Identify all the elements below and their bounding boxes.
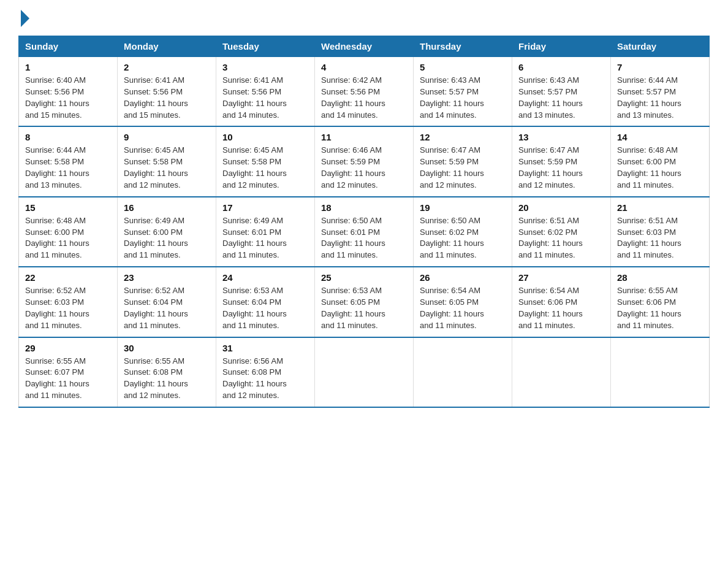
day-info: Sunrise: 6:43 AM Sunset: 5:57 PM Dayligh… — [518, 75, 604, 121]
day-info: Sunrise: 6:45 AM Sunset: 5:58 PM Dayligh… — [222, 145, 308, 191]
day-info: Sunrise: 6:45 AM Sunset: 5:58 PM Dayligh… — [124, 145, 210, 191]
day-info: Sunrise: 6:56 AM Sunset: 6:08 PM Dayligh… — [222, 356, 308, 402]
calendar-day-cell: 19Sunrise: 6:50 AM Sunset: 6:02 PM Dayli… — [414, 197, 512, 267]
day-info: Sunrise: 6:46 AM Sunset: 5:59 PM Dayligh… — [321, 145, 407, 191]
logo-arrow-icon — [21, 10, 29, 27]
day-info: Sunrise: 6:51 AM Sunset: 6:02 PM Dayligh… — [518, 215, 604, 261]
day-info: Sunrise: 6:47 AM Sunset: 5:59 PM Dayligh… — [420, 145, 506, 191]
day-info: Sunrise: 6:43 AM Sunset: 5:57 PM Dayligh… — [420, 75, 506, 121]
day-number: 7 — [617, 62, 703, 72]
day-info: Sunrise: 6:55 AM Sunset: 6:08 PM Dayligh… — [124, 356, 210, 402]
day-info: Sunrise: 6:41 AM Sunset: 5:56 PM Dayligh… — [222, 75, 308, 121]
calendar-day-cell: 12Sunrise: 6:47 AM Sunset: 5:59 PM Dayli… — [414, 126, 512, 196]
calendar-day-header: Wednesday — [315, 36, 414, 57]
day-number: 20 — [518, 202, 604, 213]
day-number: 26 — [420, 272, 506, 283]
day-number: 28 — [617, 272, 703, 283]
calendar-day-header: Monday — [118, 36, 216, 57]
day-number: 24 — [222, 272, 308, 283]
day-info: Sunrise: 6:53 AM Sunset: 6:04 PM Dayligh… — [222, 285, 308, 331]
calendar-day-header: Tuesday — [216, 36, 315, 57]
day-info: Sunrise: 6:49 AM Sunset: 6:00 PM Dayligh… — [124, 215, 210, 261]
calendar-day-cell: 13Sunrise: 6:47 AM Sunset: 5:59 PM Dayli… — [512, 126, 611, 196]
calendar-table: SundayMondayTuesdayWednesdayThursdayFrid… — [18, 36, 710, 408]
calendar-day-cell: 24Sunrise: 6:53 AM Sunset: 6:04 PM Dayli… — [216, 267, 315, 337]
calendar-day-cell: 20Sunrise: 6:51 AM Sunset: 6:02 PM Dayli… — [512, 197, 611, 267]
day-number: 9 — [124, 132, 210, 142]
calendar-day-cell: 30Sunrise: 6:55 AM Sunset: 6:08 PM Dayli… — [118, 337, 216, 407]
calendar-day-cell: 11Sunrise: 6:46 AM Sunset: 5:59 PM Dayli… — [315, 126, 414, 196]
day-number: 18 — [321, 202, 407, 213]
day-number: 27 — [518, 272, 604, 283]
day-info: Sunrise: 6:50 AM Sunset: 6:01 PM Dayligh… — [321, 215, 407, 261]
calendar-day-cell: 25Sunrise: 6:53 AM Sunset: 6:05 PM Dayli… — [315, 267, 414, 337]
day-number: 22 — [25, 272, 111, 283]
day-number: 3 — [222, 62, 308, 72]
calendar-day-cell: 23Sunrise: 6:52 AM Sunset: 6:04 PM Dayli… — [118, 267, 216, 337]
calendar-week-row: 29Sunrise: 6:55 AM Sunset: 6:07 PM Dayli… — [19, 337, 710, 407]
calendar-day-cell: 1Sunrise: 6:40 AM Sunset: 5:56 PM Daylig… — [19, 57, 118, 127]
day-number: 25 — [321, 272, 407, 283]
day-info: Sunrise: 6:52 AM Sunset: 6:03 PM Dayligh… — [25, 285, 111, 331]
day-info: Sunrise: 6:50 AM Sunset: 6:02 PM Dayligh… — [420, 215, 506, 261]
day-number: 12 — [420, 132, 506, 142]
calendar-day-cell: 22Sunrise: 6:52 AM Sunset: 6:03 PM Dayli… — [19, 267, 118, 337]
day-info: Sunrise: 6:52 AM Sunset: 6:04 PM Dayligh… — [124, 285, 210, 331]
calendar-day-cell — [414, 337, 512, 407]
calendar-day-header: Friday — [512, 36, 611, 57]
day-info: Sunrise: 6:40 AM Sunset: 5:56 PM Dayligh… — [25, 75, 111, 121]
day-number: 2 — [124, 62, 210, 72]
day-number: 23 — [124, 272, 210, 283]
day-info: Sunrise: 6:54 AM Sunset: 6:05 PM Dayligh… — [420, 285, 506, 331]
day-number: 17 — [222, 202, 308, 213]
calendar-day-cell: 10Sunrise: 6:45 AM Sunset: 5:58 PM Dayli… — [216, 126, 315, 196]
calendar-week-row: 22Sunrise: 6:52 AM Sunset: 6:03 PM Dayli… — [19, 267, 710, 337]
calendar-day-cell: 15Sunrise: 6:48 AM Sunset: 6:00 PM Dayli… — [19, 197, 118, 267]
calendar-day-cell — [512, 337, 611, 407]
day-number: 30 — [124, 343, 210, 353]
day-info: Sunrise: 6:55 AM Sunset: 6:06 PM Dayligh… — [617, 285, 703, 331]
day-info: Sunrise: 6:47 AM Sunset: 5:59 PM Dayligh… — [518, 145, 604, 191]
calendar-week-row: 1Sunrise: 6:40 AM Sunset: 5:56 PM Daylig… — [19, 57, 710, 127]
calendar-day-cell: 2Sunrise: 6:41 AM Sunset: 5:56 PM Daylig… — [118, 57, 216, 127]
day-number: 8 — [25, 132, 111, 142]
day-info: Sunrise: 6:41 AM Sunset: 5:56 PM Dayligh… — [124, 75, 210, 121]
calendar-day-cell: 5Sunrise: 6:43 AM Sunset: 5:57 PM Daylig… — [414, 57, 512, 127]
calendar-day-cell: 18Sunrise: 6:50 AM Sunset: 6:01 PM Dayli… — [315, 197, 414, 267]
calendar-day-header: Sunday — [19, 36, 118, 57]
day-number: 6 — [518, 62, 604, 72]
calendar-day-cell: 6Sunrise: 6:43 AM Sunset: 5:57 PM Daylig… — [512, 57, 611, 127]
calendar-day-cell: 26Sunrise: 6:54 AM Sunset: 6:05 PM Dayli… — [414, 267, 512, 337]
calendar-day-cell — [315, 337, 414, 407]
day-info: Sunrise: 6:42 AM Sunset: 5:56 PM Dayligh… — [321, 75, 407, 121]
day-info: Sunrise: 6:55 AM Sunset: 6:07 PM Dayligh… — [25, 356, 111, 402]
calendar-week-row: 15Sunrise: 6:48 AM Sunset: 6:00 PM Dayli… — [19, 197, 710, 267]
day-number: 4 — [321, 62, 407, 72]
day-number: 31 — [222, 343, 308, 353]
day-info: Sunrise: 6:44 AM Sunset: 5:58 PM Dayligh… — [25, 145, 111, 191]
day-info: Sunrise: 6:49 AM Sunset: 6:01 PM Dayligh… — [222, 215, 308, 261]
calendar-day-cell: 9Sunrise: 6:45 AM Sunset: 5:58 PM Daylig… — [118, 126, 216, 196]
day-number: 13 — [518, 132, 604, 142]
calendar-day-cell: 14Sunrise: 6:48 AM Sunset: 6:00 PM Dayli… — [611, 126, 710, 196]
calendar-day-cell: 29Sunrise: 6:55 AM Sunset: 6:07 PM Dayli… — [19, 337, 118, 407]
day-number: 19 — [420, 202, 506, 213]
day-info: Sunrise: 6:51 AM Sunset: 6:03 PM Dayligh… — [617, 215, 703, 261]
calendar-day-cell: 7Sunrise: 6:44 AM Sunset: 5:57 PM Daylig… — [611, 57, 710, 127]
calendar-day-header: Saturday — [611, 36, 710, 57]
day-number: 29 — [25, 343, 111, 353]
calendar-day-cell: 8Sunrise: 6:44 AM Sunset: 5:58 PM Daylig… — [19, 126, 118, 196]
calendar-day-cell — [611, 337, 710, 407]
logo — [18, 12, 29, 23]
calendar-day-header: Thursday — [414, 36, 512, 57]
day-info: Sunrise: 6:48 AM Sunset: 6:00 PM Dayligh… — [617, 145, 703, 191]
day-number: 21 — [617, 202, 703, 213]
calendar-day-cell: 21Sunrise: 6:51 AM Sunset: 6:03 PM Dayli… — [611, 197, 710, 267]
day-info: Sunrise: 6:54 AM Sunset: 6:06 PM Dayligh… — [518, 285, 604, 331]
day-info: Sunrise: 6:53 AM Sunset: 6:05 PM Dayligh… — [321, 285, 407, 331]
calendar-header-row: SundayMondayTuesdayWednesdayThursdayFrid… — [19, 36, 710, 57]
day-number: 15 — [25, 202, 111, 213]
page-header — [18, 12, 710, 23]
day-number: 10 — [222, 132, 308, 142]
day-info: Sunrise: 6:44 AM Sunset: 5:57 PM Dayligh… — [617, 75, 703, 121]
